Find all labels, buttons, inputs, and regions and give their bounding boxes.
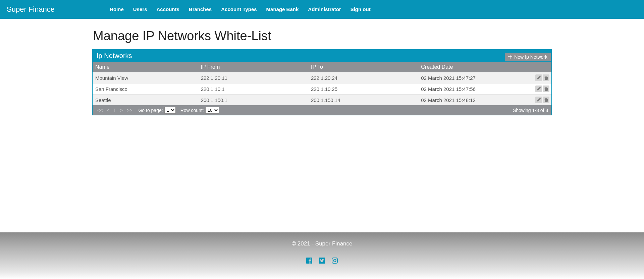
cell-ipfrom: 220.1.10.1 [198, 83, 308, 95]
pager-prev[interactable]: < [105, 108, 111, 113]
social-links [0, 257, 644, 266]
nav-branches[interactable]: Branches [184, 0, 216, 19]
instagram-icon [331, 257, 339, 266]
delete-button[interactable] [543, 86, 549, 92]
new-ip-network-label: New Ip Network [514, 54, 547, 60]
edit-icon [537, 75, 541, 81]
new-ip-network-button[interactable]: New Ip Network [505, 53, 551, 61]
cell-ipto: 222.1.20.24 [308, 72, 418, 83]
cell-ipto: 220.1.10.25 [308, 83, 418, 95]
nav-users[interactable]: Users [128, 0, 152, 19]
nav-home[interactable]: Home [105, 0, 128, 19]
ip-networks-table: Name IP From IP To Created Date Mountain… [93, 62, 551, 105]
cell-name: Seattle [93, 95, 198, 106]
goto-page-label: Go to page: [138, 108, 163, 113]
cell-name: San Francisco [93, 83, 198, 95]
top-navbar: Super Finance Home Users Accounts Branch… [0, 0, 644, 19]
col-name[interactable]: Name [93, 62, 198, 72]
ip-networks-panel: Ip Networks New Ip Network Name IP From … [92, 49, 552, 115]
pager-current-page: 1 [112, 108, 117, 113]
cell-created: 02 March 2021 15:48:12 [418, 95, 524, 106]
facebook-icon [305, 257, 313, 266]
cell-ipfrom: 222.1.20.11 [198, 72, 308, 83]
pager-next[interactable]: > [119, 108, 124, 113]
panel-header: Ip Networks New Ip Network [93, 50, 551, 62]
cell-actions [524, 83, 551, 95]
table-row[interactable]: Seattle200.1.150.1200.1.150.1402 March 2… [93, 95, 551, 106]
cell-created: 02 March 2021 15:47:27 [418, 72, 524, 83]
row-count-select[interactable]: 10 [205, 107, 219, 114]
trash-icon [544, 86, 548, 92]
nav-accounts[interactable]: Accounts [152, 0, 184, 19]
pager-first[interactable]: << [96, 108, 104, 113]
pager-showing: Showing 1-3 of 3 [513, 108, 548, 113]
nav-administrator[interactable]: Administrator [303, 0, 345, 19]
edit-icon [537, 97, 541, 103]
trash-icon [544, 75, 548, 81]
nav-account-types[interactable]: Account Types [216, 0, 261, 19]
edit-button[interactable] [535, 86, 542, 92]
cell-created: 02 March 2021 15:47:56 [418, 83, 524, 95]
nav-links: Home Users Accounts Branches Account Typ… [105, 0, 375, 19]
row-count-label: Row count: [180, 108, 204, 113]
pager-last[interactable]: >> [125, 108, 133, 113]
table-row[interactable]: Mountain View222.1.20.11222.1.20.2402 Ma… [93, 72, 551, 83]
twitter-icon [318, 257, 326, 266]
edit-button[interactable] [535, 97, 542, 103]
cell-name: Mountain View [93, 72, 198, 83]
nav-sign-out[interactable]: Sign out [346, 0, 375, 19]
twitter-link[interactable] [318, 257, 326, 266]
instagram-link[interactable] [331, 257, 339, 266]
nav-manage-bank[interactable]: Manage Bank [262, 0, 304, 19]
edit-button[interactable] [535, 74, 542, 81]
brand[interactable]: Super Finance [7, 5, 68, 14]
cell-ipto: 200.1.150.14 [308, 95, 418, 106]
cell-actions [524, 72, 551, 83]
edit-icon [537, 86, 541, 92]
col-ipto[interactable]: IP To [308, 62, 418, 72]
delete-button[interactable] [543, 97, 549, 103]
goto-page-select[interactable]: 1 [164, 107, 176, 114]
facebook-link[interactable] [305, 257, 313, 266]
page-footer: © 2021 - Super Finance [0, 232, 644, 279]
page-content: Manage IP Networks White-List Ip Network… [92, 19, 552, 232]
page-title: Manage IP Networks White-List [92, 29, 552, 43]
table-row[interactable]: San Francisco220.1.10.1220.1.10.2502 Mar… [93, 83, 551, 95]
cell-ipfrom: 200.1.150.1 [198, 95, 308, 106]
table-header-row: Name IP From IP To Created Date [93, 62, 551, 72]
cell-actions [524, 95, 551, 106]
col-created[interactable]: Created Date [418, 62, 524, 72]
col-actions [524, 62, 551, 72]
delete-button[interactable] [543, 74, 549, 81]
plus-icon [508, 54, 512, 60]
footer-copyright: © 2021 - Super Finance [0, 240, 644, 247]
col-ipfrom[interactable]: IP From [198, 62, 308, 72]
panel-header-label: Ip Networks [97, 52, 132, 59]
trash-icon [544, 97, 548, 103]
table-pager: << < 1 > >> Go to page: 1 Row count: 10 … [93, 105, 551, 115]
